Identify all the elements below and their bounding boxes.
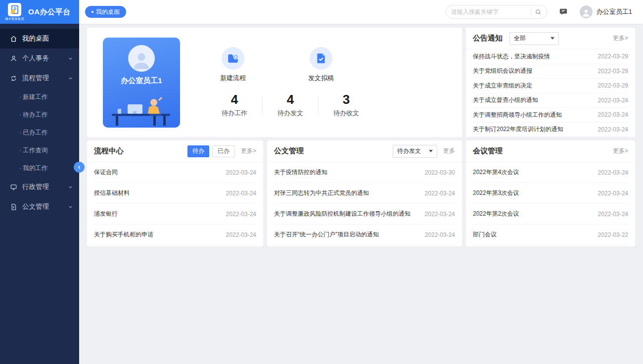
- user-menu[interactable]: 办公室员工1: [580, 5, 632, 18]
- announcements-filter-select[interactable]: 全部: [509, 32, 559, 45]
- welcome-card: 办公室员工1: [87, 28, 462, 137]
- list-item[interactable]: 保持战斗状态，坚决遏制疫情2022-03-29: [473, 49, 628, 64]
- item-date: 2022-03-24: [226, 190, 256, 197]
- sidebar-item-label: 个人事务: [22, 54, 49, 63]
- stat-value: 4: [277, 92, 303, 107]
- caret-down-icon: [429, 150, 433, 152]
- sidebar-item-document-management[interactable]: 公文管理: [0, 197, 79, 217]
- sidebar-subitem-todo-work[interactable]: 待办工作: [0, 106, 79, 124]
- item-date: 2022-03-29: [598, 53, 628, 60]
- list-item[interactable]: 对张三同志转为中共正式党员的通知2022-03-24: [274, 183, 455, 204]
- subitem-label: 我的工作: [23, 164, 47, 173]
- sidebar-subitem-new-work[interactable]: 新建工作: [0, 88, 79, 106]
- list-item[interactable]: 关于制订2022年度培训计划的通知2022-03-24: [473, 123, 628, 137]
- list-item[interactable]: 关于购买手机柜的申请2022-03-24: [94, 225, 256, 245]
- item-title: 关于购买手机柜的申请: [94, 230, 153, 239]
- stat-todo-outgoing: 4 待办发文: [263, 92, 318, 118]
- sidebar-collapse-button[interactable]: [74, 162, 85, 173]
- stat-value: 3: [333, 92, 359, 107]
- item-title: 保证合同: [94, 168, 118, 177]
- list-item[interactable]: 关于成立督查小组的通知2022-03-24: [473, 93, 628, 108]
- documents-filter-select[interactable]: 待办发文: [393, 145, 437, 158]
- list-item[interactable]: 2022年第4次会议2022-03-24: [473, 162, 628, 183]
- item-title: 关于调整招商领导小组工作的通知: [473, 111, 562, 119]
- done-tab[interactable]: 已办: [212, 145, 235, 157]
- list-item[interactable]: 2022年第3次会议2022-03-24: [473, 183, 628, 204]
- search-box[interactable]: [446, 5, 547, 19]
- card-title: 流程中心: [94, 146, 124, 156]
- list-item[interactable]: 关于疫情防控的通知2022-03-30: [274, 162, 455, 183]
- list-item[interactable]: 授信基础材料2022-03-24: [94, 183, 256, 204]
- list-item[interactable]: 关于调整招商领导小组工作的通知2022-03-24: [473, 108, 628, 123]
- item-date: 2022-03-24: [425, 190, 455, 197]
- search-input[interactable]: [451, 8, 527, 15]
- stat-todo-incoming: 3 待办收文: [319, 92, 374, 118]
- avatar: [580, 5, 593, 18]
- announcements-more-link[interactable]: 更多>: [613, 34, 628, 43]
- logo-subtext: 城市投资集团: [5, 17, 24, 21]
- sidebar-subitem-my-work[interactable]: 我的工作: [0, 159, 79, 177]
- item-title: 对张三同志转为中共正式党员的通知: [274, 189, 369, 197]
- list-item[interactable]: 2022年第2次会议2022-03-24: [473, 204, 628, 225]
- subitem-label: 新建工作: [23, 93, 47, 101]
- meetings-card: 会议管理 更多> 2022年第4次会议2022-03-24 2022年第3次会议…: [466, 140, 635, 246]
- quick-actions: 新建流程 发文拟稿: [216, 47, 374, 83]
- list-item[interactable]: 关于成立审查组的决定2022-03-29: [473, 79, 628, 93]
- item-title: 关于成立审查组的决定: [473, 82, 532, 90]
- card-title: 公文管理: [274, 146, 304, 156]
- meetings-header: 会议管理 更多>: [466, 140, 635, 162]
- tab-my-desktop[interactable]: 我的桌面: [85, 6, 126, 18]
- item-date: 2022-03-24: [598, 111, 628, 118]
- dashboard-content: 办公室员工1: [79, 24, 643, 364]
- logo: ¥ 城市投资集团: [5, 3, 24, 21]
- sidebar-item-my-desktop[interactable]: 我的桌面: [0, 29, 79, 48]
- person-icon: [582, 8, 591, 17]
- person-icon: [132, 50, 151, 70]
- list-item[interactable]: 关于调整廉政风险防控机制建设工作领导小组的通知2022-03-24: [274, 204, 455, 225]
- documents-more-link[interactable]: 更多: [443, 147, 455, 155]
- subitem-label: 待办工作: [23, 111, 47, 119]
- sidebar-item-process-management[interactable]: 流程管理: [0, 68, 79, 88]
- list-item[interactable]: 保证合同2022-03-24: [94, 162, 256, 183]
- draft-document-action[interactable]: 发文拟稿: [304, 47, 338, 83]
- sidebar-subitem-done-work[interactable]: 已办工作: [0, 124, 79, 141]
- svg-text:¥: ¥: [12, 9, 14, 13]
- list-item[interactable]: 部门会议2022-03-22: [473, 225, 628, 245]
- process-center-card: 流程中心 待办 已办 更多> 保证合同2022-03-24 授信基础材料2022…: [87, 140, 263, 246]
- list-item[interactable]: 浦发银行2022-03-24: [94, 204, 256, 225]
- sidebar-item-personal-affairs[interactable]: 个人事务: [0, 48, 79, 68]
- todo-tab[interactable]: 待办: [187, 145, 209, 157]
- user-icon: [10, 55, 17, 62]
- item-date: 2022-03-24: [598, 190, 628, 197]
- process-center-more-link[interactable]: 更多>: [241, 147, 256, 155]
- sidebar-subitem-work-search[interactable]: 工作查询: [0, 141, 79, 159]
- list-item[interactable]: 关于召开“统一办公门户”项目启动的通知2022-03-24: [274, 225, 455, 245]
- profile-avatar: [128, 45, 155, 72]
- documents-header: 公文管理 待办发文 更多: [267, 140, 462, 162]
- desk-illustration: [103, 95, 180, 127]
- item-title: 关于党组织会议的通报: [473, 67, 532, 75]
- document-icon: [10, 203, 17, 211]
- chevron-up-icon: [68, 76, 73, 81]
- search-icon[interactable]: [535, 8, 542, 15]
- username: 办公室员工1: [597, 7, 632, 16]
- sidebar-item-label: 公文管理: [22, 202, 49, 211]
- meetings-more-link[interactable]: 更多>: [613, 147, 628, 155]
- sidebar-nav: 我的桌面 个人事务 流程管理 新建工作 待办工作 已办工作 工作查询: [0, 24, 79, 217]
- sidebar-item-admin-management[interactable]: 行政管理: [0, 177, 79, 197]
- item-date: 2022-03-24: [226, 169, 256, 176]
- home-icon: [10, 35, 17, 43]
- stat-label: 待办收文: [333, 109, 359, 118]
- message-icon[interactable]: [559, 7, 568, 16]
- stat-label: 待办工作: [222, 109, 247, 118]
- subitem-label: 工作查询: [23, 146, 47, 155]
- folder-plus-glyph: [227, 52, 239, 65]
- new-process-action[interactable]: 新建流程: [216, 47, 250, 83]
- main-area: 我的桌面: [79, 0, 643, 364]
- stat-label: 待办发文: [277, 109, 303, 118]
- item-title: 2022年第3次会议: [473, 189, 519, 197]
- item-date: 2022-03-24: [226, 231, 256, 238]
- list-item[interactable]: 关于党组织会议的通报2022-03-29: [473, 64, 628, 79]
- sidebar-item-label: 流程管理: [22, 74, 49, 83]
- chevron-down-icon: [68, 56, 73, 61]
